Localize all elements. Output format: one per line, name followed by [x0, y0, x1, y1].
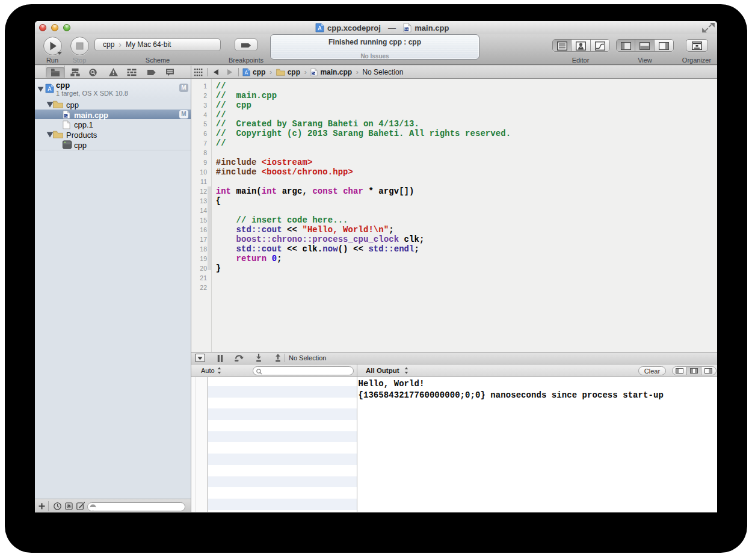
svg-text:C+: C+ — [64, 114, 68, 118]
svg-text:C+: C+ — [312, 72, 315, 75]
svg-text:C+: C+ — [404, 27, 408, 31]
